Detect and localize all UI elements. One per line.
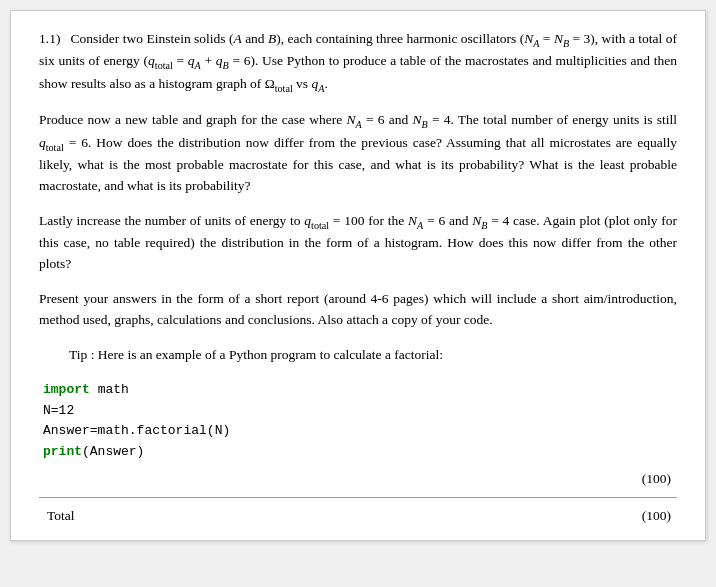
paragraph2: Produce now a new table and graph for th…	[39, 110, 677, 197]
page-container: 1.1) Consider two Einstein solids (A and…	[10, 10, 706, 541]
code-line-3: Answer=math.factorial(N)	[43, 421, 677, 442]
total-line: Total (100)	[39, 504, 677, 526]
score-line: (100)	[39, 471, 677, 487]
paragraph2-section: Produce now a new table and graph for th…	[39, 110, 677, 197]
paragraph3-section: Lastly increase the number of units of e…	[39, 211, 677, 275]
total-score: (100)	[642, 508, 671, 524]
paragraph4-section: Present your answers in the form of a sh…	[39, 289, 677, 331]
code-block: import math N=12 Answer=math.factorial(N…	[43, 380, 677, 463]
paragraph3: Lastly increase the number of units of e…	[39, 211, 677, 275]
score-value: (100)	[642, 471, 671, 486]
code-line-2: N=12	[43, 401, 677, 422]
total-label: Total	[47, 508, 75, 524]
problem-section: 1.1) Consider two Einstein solids (A and…	[39, 29, 677, 96]
code-module: math	[98, 382, 129, 397]
section-divider	[39, 497, 677, 498]
code-print-args: (Answer)	[82, 444, 144, 459]
code-line-1: import math	[43, 380, 677, 401]
paragraph4: Present your answers in the form of a sh…	[39, 289, 677, 331]
paragraph1: 1.1) Consider two Einstein solids (A and…	[39, 29, 677, 96]
problem-number: 1.1)	[39, 31, 71, 46]
tip-section: Tip : Here is an example of a Python pro…	[39, 345, 677, 366]
code-line-4: print(Answer)	[43, 442, 677, 463]
tip-text: Tip : Here is an example of a Python pro…	[69, 345, 677, 366]
code-keyword-import: import	[43, 382, 90, 397]
code-keyword-print: print	[43, 444, 82, 459]
